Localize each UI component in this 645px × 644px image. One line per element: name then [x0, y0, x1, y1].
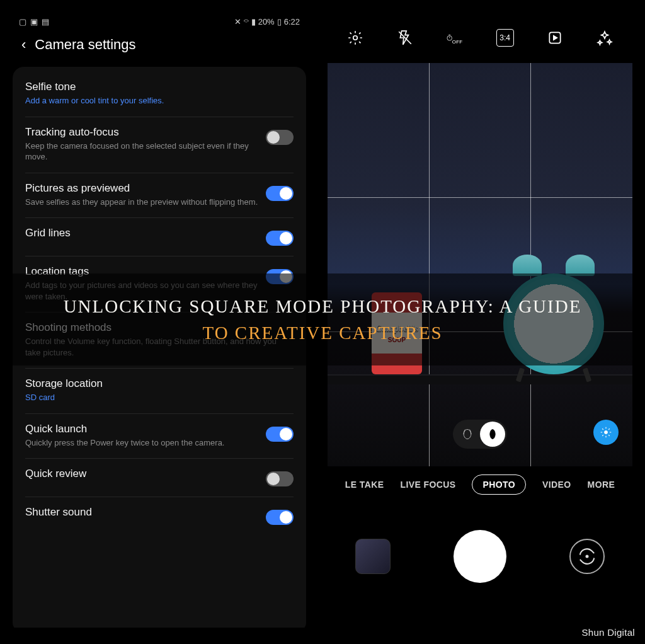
shutter-row: [328, 503, 632, 610]
back-icon[interactable]: ‹: [21, 37, 26, 53]
camera-top-bar: OFF 3:4: [328, 13, 632, 63]
wifi-icon: ⌔: [244, 17, 249, 26]
setting-title: Pictures as previewed: [25, 182, 258, 195]
aspect-ratio-label: 3:4: [499, 33, 510, 42]
svg-point-5: [586, 556, 588, 558]
camera-mode-strip[interactable]: LE TAKELIVE FOCUSPHOTOVIDEOMORE: [328, 466, 632, 503]
setting-title: Tracking auto-focus: [25, 126, 258, 139]
setting-shutter-sound[interactable]: Shutter sound: [13, 497, 306, 535]
settings-header: ‹ Camera settings: [13, 30, 306, 67]
screenshot-icon: ▣: [30, 17, 38, 26]
setting-desc: Save selfies as they appear in the previ…: [25, 197, 258, 208]
headline-line2: TO CREATIVE CAPTURES: [202, 323, 442, 343]
battery-icon: ▯: [277, 17, 282, 26]
setting-title: Quick review: [25, 468, 258, 480]
watermark: Shun Digital: [582, 627, 635, 638]
setting-quick-review[interactable]: Quick review: [13, 459, 306, 497]
setting-selfie-tone[interactable]: Selfie toneAdd a warm or cool tint to yo…: [13, 72, 306, 117]
timer-off-label: OFF: [452, 39, 463, 45]
setting-grid-lines[interactable]: Grid lines: [13, 218, 306, 256]
scene-optimizer-icon[interactable]: [593, 420, 619, 445]
zoom-wide-icon[interactable]: [455, 422, 480, 447]
toggle-pictures-as-previewed[interactable]: [266, 186, 294, 201]
toggle-tracking-auto-focus[interactable]: [266, 130, 294, 145]
switch-camera-button[interactable]: [569, 539, 605, 574]
setting-quick-launch[interactable]: Quick launchQuickly press the Power key …: [13, 414, 306, 459]
setting-storage-location[interactable]: Storage locationSD card: [13, 369, 306, 413]
setting-desc: Quickly press the Power key twice to ope…: [25, 437, 258, 449]
battery-percent: 20%: [258, 17, 275, 26]
grid-vertical-1: [429, 63, 430, 466]
status-bar: ▢ ▣ ▤ ✕ ⌔ ▮ 20% ▯ 6:22: [13, 13, 306, 30]
mode-live-focus[interactable]: LIVE FOCUS: [400, 480, 455, 490]
setting-tracking-auto-focus[interactable]: Tracking auto-focusKeep the camera focus…: [13, 117, 306, 173]
setting-desc: Keep the camera focused on the selected …: [25, 141, 258, 163]
setting-title: Storage location: [25, 377, 294, 390]
timer-icon[interactable]: OFF: [446, 29, 464, 47]
setting-title: Selfie tone: [25, 81, 294, 93]
motion-photo-icon[interactable]: [546, 29, 564, 47]
status-time: 6:22: [284, 17, 300, 26]
mode-video[interactable]: VIDEO: [542, 480, 571, 490]
mute-icon: ✕: [234, 17, 241, 26]
setting-pictures-as-previewed[interactable]: Pictures as previewedSave selfies as the…: [13, 173, 306, 218]
zoom-control[interactable]: [453, 420, 507, 449]
grid-horizontal-1: [328, 197, 632, 198]
toggle-shutter-sound[interactable]: [266, 510, 294, 525]
flash-off-icon[interactable]: [396, 29, 414, 47]
gallery-thumbnail[interactable]: [355, 539, 391, 574]
svg-point-0: [353, 36, 357, 40]
setting-title: Grid lines: [25, 227, 258, 239]
page-title: Camera settings: [35, 37, 135, 53]
setting-title: Shutter sound: [25, 506, 258, 519]
setting-title: Quick launch: [25, 423, 258, 435]
status-right: ✕ ⌔ ▮ 20% ▯ 6:22: [234, 17, 300, 26]
toggle-quick-launch[interactable]: [266, 427, 294, 442]
filters-icon[interactable]: [596, 29, 614, 47]
aspect-ratio-icon[interactable]: 3:4: [496, 29, 514, 47]
zoom-1x-icon[interactable]: [480, 422, 505, 447]
mode-le-take[interactable]: LE TAKE: [345, 480, 384, 490]
signal-icon: ▮: [251, 17, 256, 26]
headline-line1: UNLOCKING SQUARE MODE PHOTOGRAPHY: A GUI…: [64, 296, 582, 316]
mode-photo[interactable]: PHOTO: [472, 474, 526, 495]
gallery-icon: ▤: [42, 17, 49, 26]
title-overlay: UNLOCKING SQUARE MODE PHOTOGRAPHY: A GUI…: [0, 273, 645, 365]
shutter-button[interactable]: [454, 530, 506, 583]
settings-gear-icon[interactable]: [346, 29, 364, 47]
setting-desc: SD card: [25, 392, 294, 403]
status-left-icons: ▢ ▣ ▤: [19, 17, 49, 26]
toggle-quick-review[interactable]: [266, 471, 294, 486]
cloud-icon: ▢: [19, 17, 26, 26]
mode-more[interactable]: MORE: [588, 480, 615, 490]
svg-point-4: [605, 431, 608, 434]
setting-desc: Add a warm or cool tint to your selfies.: [25, 95, 294, 106]
toggle-grid-lines[interactable]: [266, 231, 294, 246]
camera-viewfinder[interactable]: Campbell's SOUP: [328, 63, 632, 466]
